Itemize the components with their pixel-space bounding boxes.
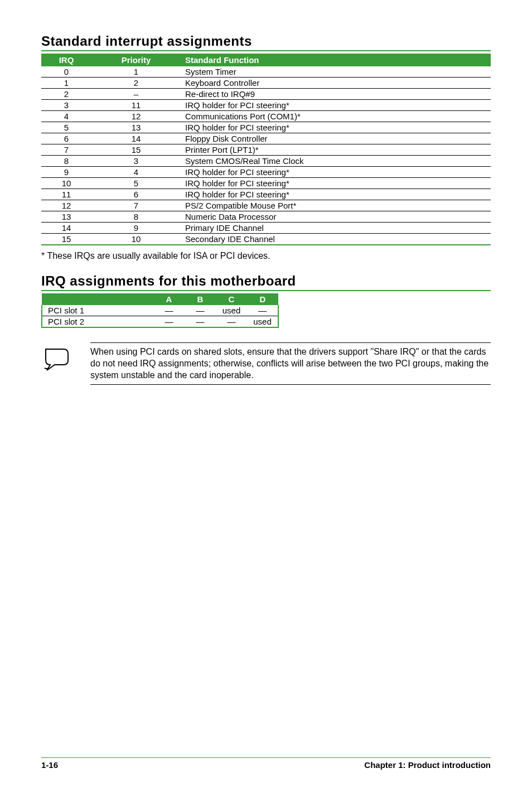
table-row: 83System CMOS/Real Time Clock [41,156,491,167]
note-text: When using PCI cards on shared slots, en… [90,342,491,385]
table-row: 105IRQ holder for PCI steering* [41,178,491,189]
irq-header-priority: Priority [91,54,181,66]
table-row: 513IRQ holder for PCI steering* [41,122,491,133]
table-row: 138Numeric Data Processor [41,211,491,223]
pci-header-d: D [247,293,278,305]
table-row: 94IRQ holder for PCI steering* [41,167,491,178]
table-row: 614Floppy Disk Controller [41,133,491,144]
pci-table: A B C D PCI slot 1——used—PCI slot 2———us… [41,293,279,328]
pci-header-b: B [185,293,216,305]
page-footer: 1-16 Chapter 1: Product introduction [41,757,491,770]
pci-header-c: C [216,293,247,305]
pci-header-blank [42,293,153,305]
table-row: PCI slot 2———used [42,316,278,328]
table-row: 2–Re-direct to IRQ#9 [41,89,491,100]
chapter-label: Chapter 1: Product introduction [364,760,491,770]
note-icon [41,346,75,374]
table-row: 01System Timer [41,66,491,78]
section2-title: IRQ assignments for this motherboard [41,273,491,290]
table-row: 1510Secondary IDE Channel [41,234,491,245]
section1-title: Standard interrupt assignments [41,33,491,50]
irq-footnote: * These IRQs are usually available for I… [41,251,491,261]
page-number: 1-16 [41,760,58,770]
irq-header-function: Standard Function [181,54,491,66]
table-row: 12Keyboard Controller [41,78,491,89]
table-row: 412Communications Port (COM1)* [41,111,491,122]
table-row: 311IRQ holder for PCI steering* [41,100,491,111]
irq-header-irq: IRQ [41,54,91,66]
table-row: 149Primary IDE Channel [41,223,491,234]
table-row: 127PS/2 Compatible Mouse Port* [41,200,491,211]
table-row: PCI slot 1——used— [42,305,278,316]
irq-table: IRQ Priority Standard Function 01System … [41,54,491,245]
table-row: 116IRQ holder for PCI steering* [41,189,491,200]
table-row: 715Printer Port (LPT1)* [41,144,491,156]
pci-header-a: A [153,293,185,305]
note-callout: When using PCI cards on shared slots, en… [41,342,491,385]
